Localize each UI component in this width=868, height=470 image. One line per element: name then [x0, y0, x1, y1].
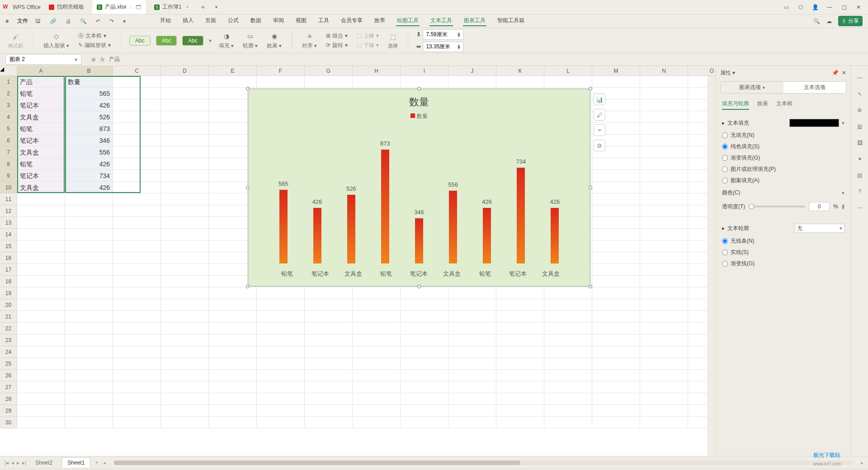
- cell[interactable]: [544, 311, 592, 323]
- cell[interactable]: 文具盒: [17, 146, 65, 158]
- cell[interactable]: 文具盒: [17, 182, 65, 193]
- cell[interactable]: [353, 370, 401, 381]
- cell[interactable]: [257, 370, 305, 381]
- cell[interactable]: [592, 252, 640, 264]
- cell[interactable]: [448, 323, 496, 334]
- cell[interactable]: [113, 193, 161, 205]
- cell[interactable]: [640, 358, 688, 370]
- bar[interactable]: [551, 208, 559, 263]
- cell[interactable]: [592, 299, 640, 311]
- row-2[interactable]: 2: [0, 88, 17, 99]
- cell[interactable]: [161, 264, 209, 276]
- row-3[interactable]: 3: [0, 99, 17, 111]
- cell[interactable]: [161, 393, 209, 405]
- cell[interactable]: [592, 334, 640, 346]
- scrollbar-vertical[interactable]: [707, 76, 715, 456]
- cell[interactable]: [305, 299, 353, 311]
- cell[interactable]: [257, 76, 305, 88]
- cell[interactable]: [209, 346, 257, 358]
- cell[interactable]: [544, 381, 592, 393]
- effects-button[interactable]: ◉效果 ▾: [265, 31, 283, 50]
- name-box[interactable]: 图表 2▾: [5, 54, 81, 65]
- cell[interactable]: [161, 111, 209, 123]
- cell[interactable]: [401, 393, 448, 405]
- row-19[interactable]: 19: [0, 287, 17, 299]
- row-29[interactable]: 29: [0, 405, 17, 417]
- cell[interactable]: [161, 417, 209, 428]
- select-button[interactable]: ⬚选择: [386, 32, 400, 49]
- cell[interactable]: [640, 217, 688, 229]
- cell[interactable]: [640, 276, 688, 287]
- cell[interactable]: [113, 205, 161, 217]
- cell[interactable]: [592, 417, 640, 428]
- outline-button[interactable]: ▭轮廓 ▾: [241, 31, 259, 50]
- cell[interactable]: [209, 76, 257, 88]
- col-D[interactable]: D: [161, 66, 209, 76]
- cell[interactable]: [640, 182, 688, 193]
- cell[interactable]: [592, 193, 640, 205]
- cell[interactable]: [544, 405, 592, 417]
- menu-公式[interactable]: 公式: [227, 16, 240, 26]
- cell[interactable]: [161, 311, 209, 323]
- cell[interactable]: [640, 135, 688, 146]
- chart-legend[interactable]: 数量: [248, 113, 590, 120]
- cell[interactable]: [113, 311, 161, 323]
- col-E[interactable]: E: [209, 66, 257, 76]
- cell[interactable]: [401, 405, 448, 417]
- rotate-button[interactable]: ⟳旋转 ▾: [324, 42, 349, 49]
- cell[interactable]: [305, 417, 353, 428]
- cell[interactable]: [640, 323, 688, 334]
- cell[interactable]: 铅笔: [17, 158, 65, 170]
- cell[interactable]: [305, 311, 353, 323]
- add-sheet-icon[interactable]: ＋: [94, 459, 99, 466]
- tab-chart-options[interactable]: 图表选项▾: [721, 82, 783, 93]
- cell[interactable]: [65, 334, 113, 346]
- row-17[interactable]: 17: [0, 264, 17, 276]
- cell[interactable]: [592, 217, 640, 229]
- col-F[interactable]: F: [257, 66, 305, 76]
- cell[interactable]: [592, 370, 640, 381]
- cell[interactable]: [305, 370, 353, 381]
- cell[interactable]: [640, 264, 688, 276]
- cell[interactable]: [113, 393, 161, 405]
- redo-icon[interactable]: ↷: [108, 18, 116, 24]
- cell[interactable]: [161, 135, 209, 146]
- cell[interactable]: [113, 135, 161, 146]
- cell[interactable]: [113, 358, 161, 370]
- fx-cancel-icon[interactable]: ⊗: [91, 56, 96, 63]
- row-28[interactable]: 28: [0, 393, 17, 405]
- bar[interactable]: [313, 208, 321, 263]
- cell[interactable]: [640, 111, 688, 123]
- cell[interactable]: [353, 334, 401, 346]
- cell[interactable]: [640, 252, 688, 264]
- tab-product[interactable]: S产品.xlsx○🗖: [92, 0, 146, 14]
- tab-template[interactable]: 找稻壳模板: [44, 0, 89, 14]
- preview-icon[interactable]: 🔍: [78, 18, 89, 24]
- fill-option[interactable]: 图案填充(A): [722, 175, 844, 186]
- subtab-effects[interactable]: 效果: [757, 100, 768, 110]
- menu-效率[interactable]: 效率: [373, 16, 386, 26]
- cell[interactable]: [65, 393, 113, 405]
- cell[interactable]: [496, 323, 544, 334]
- row-18[interactable]: 18: [0, 276, 17, 287]
- cell[interactable]: [257, 287, 305, 299]
- cell[interactable]: [113, 146, 161, 158]
- row-21[interactable]: 21: [0, 311, 17, 323]
- row-23[interactable]: 23: [0, 334, 17, 346]
- cell[interactable]: [17, 252, 65, 264]
- cell[interactable]: [209, 334, 257, 346]
- cell[interactable]: [65, 299, 113, 311]
- dot-icon[interactable]: •: [184, 4, 191, 10]
- cell[interactable]: [305, 346, 353, 358]
- bar[interactable]: [449, 191, 457, 263]
- cell[interactable]: [113, 240, 161, 252]
- row-9[interactable]: 9: [0, 170, 17, 182]
- cell[interactable]: [592, 170, 640, 182]
- cell[interactable]: [65, 240, 113, 252]
- outline-option[interactable]: 实线(S): [722, 247, 844, 258]
- cell[interactable]: [401, 76, 448, 88]
- row-14[interactable]: 14: [0, 229, 17, 240]
- cell[interactable]: [257, 311, 305, 323]
- cell[interactable]: [401, 381, 448, 393]
- chevron-down-icon[interactable]: ▾: [121, 18, 127, 24]
